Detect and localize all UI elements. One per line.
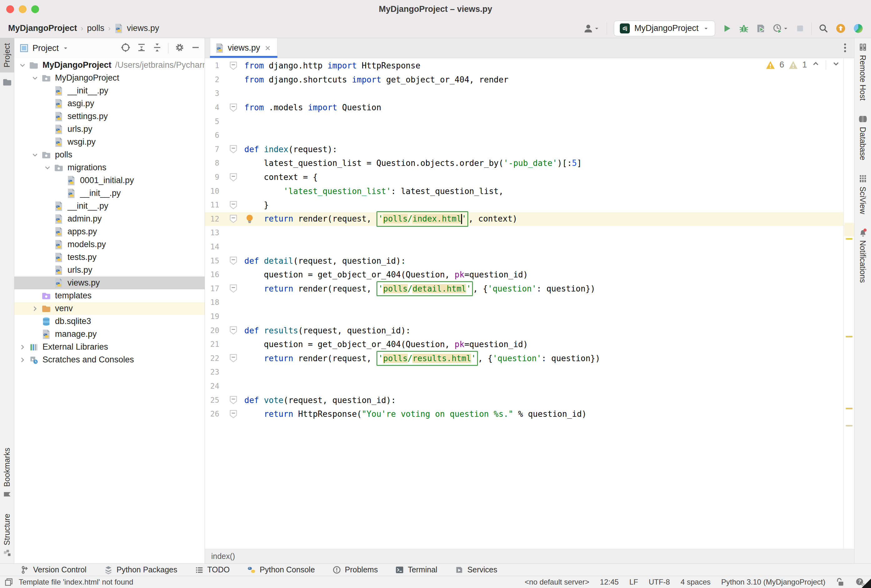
hide-panel-button[interactable] [191, 43, 200, 54]
bulb-icon[interactable] [245, 214, 254, 224]
tree-item-asgi-py[interactable]: asgi.py [14, 97, 205, 110]
layout-icon[interactable] [4, 578, 13, 587]
tree-item-admin-py[interactable]: admin.py [14, 212, 205, 225]
tree-item-venv[interactable]: venv [14, 302, 205, 315]
tree-item-urls-py[interactable]: urls.py [14, 264, 205, 277]
code-line-19[interactable]: 19 [205, 310, 844, 324]
fold-icon[interactable] [230, 410, 237, 418]
stripe-tab-database[interactable]: Database [858, 114, 868, 160]
collapse-all-button[interactable] [153, 43, 162, 54]
code-line-4[interactable]: 4from .models import Question [205, 100, 844, 115]
code-line-8[interactable]: 8 latest_question_list = Question.object… [205, 156, 844, 170]
breadcrumb-item-polls[interactable]: polls [87, 24, 105, 33]
editor-breadcrumb[interactable]: index() [205, 549, 854, 563]
code-line-9[interactable]: 9 context = { [205, 170, 844, 184]
fold-icon[interactable] [230, 284, 237, 293]
lock-open-icon[interactable] [836, 578, 845, 587]
fold-icon[interactable] [230, 326, 237, 335]
tree-item-db-sqlite3[interactable]: db.sqlite3 [14, 315, 205, 328]
error-stripe-lane[interactable] [844, 58, 854, 549]
fold-icon[interactable] [230, 215, 237, 223]
code-line-22[interactable]: 22 return render(request, 'polls/results… [205, 351, 844, 365]
code-line-3[interactable]: 3 [205, 87, 844, 100]
code-line-6[interactable]: 6 [205, 129, 844, 142]
tree-item-migrations[interactable]: migrations [14, 161, 205, 174]
code-line-7[interactable]: 7def index(request): [205, 142, 844, 157]
select-opened-file-button[interactable] [121, 42, 130, 54]
code-line-5[interactable]: 5 [205, 114, 844, 129]
code-line-2[interactable]: 2from django.shortcuts import get_object… [205, 73, 844, 87]
tool-window-button-todo[interactable]: TODO [195, 565, 230, 574]
tree-item-mydjangoproject[interactable]: MyDjangoProject [14, 72, 205, 84]
tree-item-0001-initial-py[interactable]: 0001_initial.py [14, 174, 205, 187]
fold-icon[interactable] [230, 201, 237, 209]
tool-window-button-services[interactable]: Services [455, 565, 497, 574]
stripe-tab-bookmarks[interactable]: Bookmarks [3, 448, 12, 499]
tree-item-wsgi-py[interactable]: wsgi.py [14, 136, 205, 148]
code-line-24[interactable]: 24 [205, 379, 844, 393]
code-line-11[interactable]: 11 } [205, 198, 844, 212]
tree-chevron-icon[interactable] [29, 74, 41, 82]
stripe-tab-remote-host[interactable]: Remote Host [858, 42, 868, 100]
editor-body[interactable]: 6 1 1from django.http import HttpRespons… [205, 58, 854, 549]
inspections-widget[interactable]: 6 1 [766, 59, 840, 70]
status-item-12-45[interactable]: 12:45 [600, 578, 618, 587]
tree-item-urls-py[interactable]: urls.py [14, 123, 205, 136]
tree-chevron-icon[interactable] [16, 356, 29, 364]
fold-icon[interactable] [230, 103, 237, 112]
close-icon[interactable] [264, 44, 271, 52]
tree-item-models-py[interactable]: models.py [14, 238, 205, 251]
project-panel-title[interactable]: Project [33, 43, 59, 53]
fold-icon[interactable] [230, 396, 237, 404]
fold-icon[interactable] [230, 173, 237, 181]
fold-icon[interactable] [230, 61, 237, 70]
tool-window-button-version-control[interactable]: Version Control [21, 565, 87, 574]
status-item-lf[interactable]: LF [629, 578, 638, 587]
stop-button[interactable] [796, 24, 804, 33]
code-line-20[interactable]: 20def results(request, question_id): [205, 323, 844, 337]
run-button[interactable] [722, 24, 732, 33]
tree-item-mydjangoproject[interactable]: MyDjangoProject/Users/jetbrains/Pycharm [14, 59, 205, 72]
code-line-16[interactable]: 16 question = get_object_or_404(Question… [205, 268, 844, 282]
tool-window-button-python-packages[interactable]: Python Packages [104, 565, 177, 574]
code-with-me-button[interactable] [853, 23, 864, 34]
fold-icon[interactable] [230, 354, 237, 362]
status-item-no-default-server[interactable]: <no default server> [525, 578, 590, 587]
code-line-25[interactable]: 25def vote(request, question_id): [205, 393, 844, 407]
fold-icon[interactable] [230, 145, 237, 153]
warning-stripe-mark[interactable] [846, 425, 853, 426]
prev-problem-button[interactable] [811, 59, 820, 70]
tree-item-templates[interactable]: templates [14, 289, 205, 302]
tree-chevron-icon[interactable] [29, 151, 41, 159]
tool-window-button-problems[interactable]: Problems [332, 565, 378, 574]
tree-item-apps-py[interactable]: apps.py [14, 225, 205, 238]
code-line-12[interactable]: 12 return render(request, 'polls/index.h… [205, 212, 844, 226]
resize-grip[interactable] [862, 579, 871, 588]
tree-item-scratches-and-consoles[interactable]: Scratches and Consoles [14, 353, 205, 366]
code-line-14[interactable]: 14 [205, 240, 844, 254]
fold-icon[interactable] [230, 256, 237, 265]
coverage-button[interactable] [756, 24, 766, 33]
tree-chevron-icon[interactable] [29, 305, 41, 313]
warning-stripe-mark[interactable] [846, 238, 853, 239]
run-configuration-selector[interactable]: dj MyDjangoProject [614, 21, 715, 36]
profiler-button[interactable] [772, 24, 789, 33]
tree-item--init-py[interactable]: __init__.py [14, 84, 205, 97]
status-item-python-3-10-mydjangoproject[interactable]: Python 3.10 (MyDjangoProject) [721, 578, 826, 587]
expand-all-button[interactable] [137, 43, 146, 54]
code-line-23[interactable]: 23 [205, 365, 844, 379]
code-line-17[interactable]: 17 return render(request, 'polls/detail.… [205, 282, 844, 296]
code-editor[interactable]: 1from django.http import HttpResponse2fr… [205, 58, 844, 549]
code-line-1[interactable]: 1from django.http import HttpResponse [205, 59, 844, 73]
status-item-utf-8[interactable]: UTF-8 [648, 578, 670, 587]
editor-tab-views-py[interactable]: views.py [210, 38, 277, 58]
tree-chevron-icon[interactable] [16, 61, 29, 69]
status-item-4-spaces[interactable]: 4 spaces [681, 578, 711, 587]
warning-stripe-mark[interactable] [846, 336, 853, 337]
tree-chevron-icon[interactable] [16, 343, 29, 351]
tree-item-polls[interactable]: polls [14, 148, 205, 161]
tab-options-button[interactable] [840, 42, 850, 54]
warning-stripe-mark[interactable] [846, 408, 853, 409]
folder-icon[interactable] [3, 78, 12, 86]
tool-window-button-terminal[interactable]: Terminal [395, 565, 437, 574]
